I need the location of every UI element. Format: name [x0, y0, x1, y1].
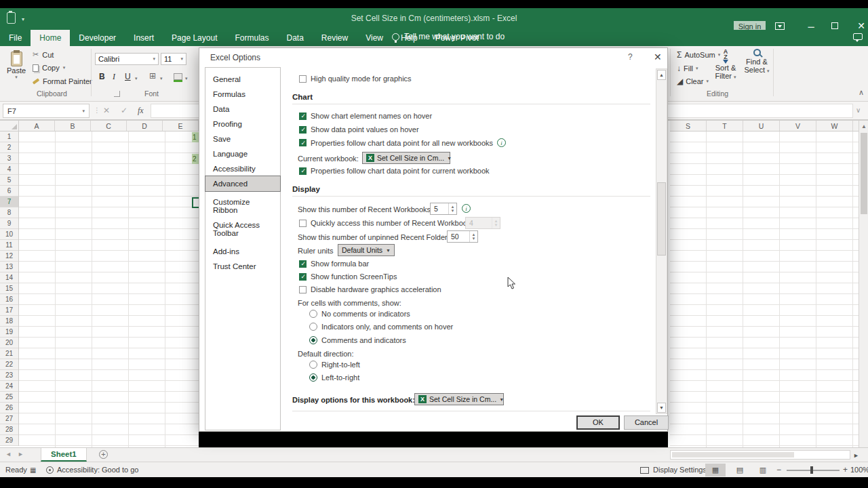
row-header[interactable]: 18 [0, 316, 18, 327]
row-header[interactable]: 22 [0, 359, 18, 370]
row-header[interactable]: 23 [0, 370, 18, 381]
horizontal-scrollbar[interactable] [670, 450, 850, 460]
row-header[interactable]: 4 [0, 164, 18, 175]
scroll-up-icon[interactable]: ▲ [859, 123, 868, 129]
ribbon-tab[interactable]: Developer [70, 30, 125, 46]
expand-formula-bar-icon[interactable]: ∨ [856, 106, 861, 114]
checkbox-data-point-values[interactable]: Show data point values on hover [299, 125, 419, 134]
underline-button[interactable]: U [125, 72, 131, 81]
column-header[interactable]: D [127, 121, 163, 131]
dialog-sidebar-item[interactable]: Proofing [205, 117, 280, 131]
ribbon-tab[interactable]: Home [31, 30, 70, 46]
dialog-sidebar-item[interactable]: General [205, 72, 280, 87]
clipboard-dialog-launcher-icon[interactable] [114, 91, 120, 97]
cancel-button[interactable]: Cancel [624, 415, 669, 430]
worksheet-left[interactable]: ABCDE 1234567891011121314151617181920212… [0, 121, 199, 447]
row-header[interactable]: 28 [0, 424, 18, 435]
sheet-tab[interactable]: Sheet1 [41, 448, 87, 462]
tell-me-box[interactable]: Tell me what you want to do [392, 32, 505, 41]
row-header[interactable]: 25 [0, 392, 18, 403]
zoom-in-icon[interactable]: + [843, 465, 848, 474]
ruler-units-dropdown[interactable]: Default Units ▼ [338, 244, 395, 256]
checkbox-disable-hardware-acceleration[interactable]: Disable hardware graphics acceleration [299, 285, 441, 293]
row-header[interactable]: 20 [0, 338, 18, 348]
radio-comments-and-indicators[interactable]: Comments and indicators [309, 336, 406, 344]
grid-left[interactable] [19, 131, 199, 447]
spinner-arrows-icon[interactable]: ▲▼ [469, 231, 477, 242]
dialog-scroll-thumb[interactable] [657, 182, 666, 256]
checkbox-properties-current-workbook[interactable]: Properties follow chart data point for c… [299, 167, 490, 175]
column-header[interactable]: E [163, 121, 199, 131]
cut-button[interactable]: ✂ Cut [33, 50, 54, 59]
zoom-slider-track[interactable] [787, 470, 840, 471]
underline-caret-icon[interactable]: ▾ [135, 76, 138, 81]
select-all-corner[interactable] [0, 121, 19, 131]
ok-button[interactable]: OK [576, 415, 620, 430]
info-icon[interactable]: i [462, 204, 471, 213]
borders-button[interactable]: ⊞ [149, 71, 156, 81]
column-headers-right[interactable]: STUVW [670, 121, 859, 131]
row-header[interactable]: 3 [0, 153, 18, 164]
column-header[interactable]: A [19, 121, 55, 131]
row-header[interactable]: 6 [0, 186, 18, 197]
workbook-display-dropdown[interactable]: X Set Cell Size in Cm... ▼ [414, 393, 504, 405]
worksheet-right[interactable]: STUVW [668, 121, 859, 447]
row-header[interactable]: 26 [0, 403, 18, 413]
ribbon-tab[interactable]: Review [313, 30, 357, 46]
dialog-sidebar-item[interactable]: Accessibility [205, 161, 280, 176]
vertical-scrollbar[interactable]: ▲ [859, 121, 868, 447]
row-header[interactable]: 8 [0, 207, 18, 218]
sheet-nav-left-icon[interactable]: ◄ [5, 451, 12, 458]
zoom-level[interactable]: 100% [850, 466, 868, 474]
name-box[interactable]: F7 ▾ [3, 104, 90, 118]
comments-icon[interactable] [853, 33, 863, 40]
green-cell-f3[interactable]: 2 [192, 154, 199, 164]
row-header[interactable]: 1 [0, 131, 18, 142]
radio-left-to-right[interactable]: Left-to-right [309, 373, 359, 382]
row-header[interactable]: 16 [0, 294, 18, 305]
row-header[interactable]: 5 [0, 175, 18, 186]
row-header[interactable]: 17 [0, 305, 18, 316]
checkbox-quick-access-recent[interactable]: Quickly access this number of Recent Wor… [299, 219, 477, 227]
green-cell-f1[interactable]: 1 [192, 132, 199, 142]
radio-indicators-only[interactable]: Indicators only, and comments on hover [309, 323, 453, 331]
dialog-sidebar-item[interactable]: Advanced [205, 176, 280, 191]
copy-button[interactable]: Copy ▾ [33, 64, 65, 72]
dialog-scroll-down-icon[interactable]: ▼ [657, 403, 666, 413]
macro-record-icon[interactable]: ▦ [30, 466, 36, 474]
view-page-layout-button[interactable]: ▤ [730, 464, 750, 476]
clear-button[interactable]: ◢ Clear ▾ [677, 77, 709, 86]
selected-cell-f7[interactable] [192, 197, 199, 208]
sort-filter-button[interactable]: AZ Sort & Filter ▾ [711, 49, 741, 81]
ribbon-tab[interactable]: View [357, 30, 392, 46]
collapse-ribbon-icon[interactable]: ∧ [859, 88, 864, 97]
scroll-right-icon[interactable]: ► [853, 452, 859, 459]
dialog-sidebar-item[interactable]: Data [205, 102, 280, 117]
italic-button[interactable]: I [113, 72, 115, 82]
current-workbook-dropdown[interactable]: X Set Cell Size in Cm... ▼ [362, 152, 450, 164]
row-header[interactable]: 7 [0, 197, 18, 207]
sheet-nav-right-icon[interactable]: ► [18, 451, 24, 458]
ribbon-tab[interactable]: Insert [125, 30, 163, 46]
row-header[interactable]: 14 [0, 272, 18, 283]
row-header[interactable]: 27 [0, 413, 18, 424]
column-header[interactable]: U [743, 121, 780, 131]
view-normal-button[interactable]: ▦ [705, 464, 726, 476]
ribbon-tab[interactable]: Page Layout [163, 30, 226, 46]
column-headers-left[interactable]: ABCDE [19, 121, 199, 131]
spinner-arrows-icon[interactable]: ▲▼ [448, 203, 456, 214]
info-icon[interactable]: i [497, 138, 506, 147]
dialog-scroll-up-icon[interactable]: ▲ [657, 70, 666, 80]
row-header[interactable]: 19 [0, 327, 18, 338]
ribbon-tab[interactable]: Formulas [226, 30, 277, 46]
row-header[interactable]: 2 [0, 142, 18, 153]
ribbon-tab[interactable]: Data [277, 30, 312, 46]
row-header[interactable]: 9 [0, 218, 18, 229]
fill-color-caret-icon[interactable]: ▾ [185, 76, 188, 81]
dialog-sidebar-item[interactable]: Save [205, 131, 280, 146]
dialog-sidebar-item[interactable]: Customize Ribbon [205, 195, 280, 218]
radio-right-to-left[interactable]: Right-to-left [309, 361, 360, 369]
add-sheet-icon[interactable]: + [99, 450, 108, 459]
cancel-entry-icon[interactable]: ✕ [103, 106, 110, 115]
dialog-close-icon[interactable]: ✕ [654, 52, 662, 62]
